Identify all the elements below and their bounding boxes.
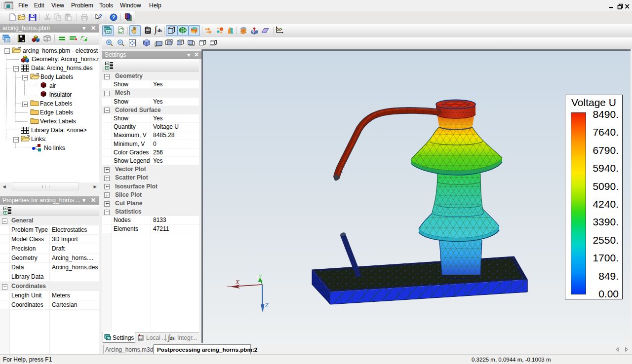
svg-text:X: X (235, 279, 240, 286)
svg-text:?: ? (112, 14, 116, 20)
svg-text:Z: Z (265, 302, 269, 309)
svg-text:?: ? (99, 13, 102, 19)
svg-text:y: y (259, 272, 262, 279)
